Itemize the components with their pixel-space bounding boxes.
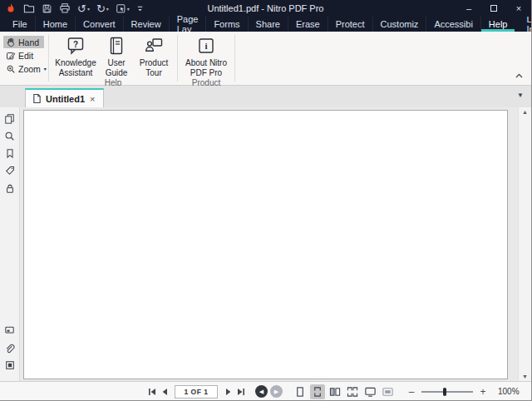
hand-tool-button[interactable]: Hand: [3, 36, 44, 48]
undo-button[interactable]: ↺ ▾: [75, 1, 92, 16]
customize-quick-access-button[interactable]: [134, 1, 146, 16]
save-icon[interactable]: [39, 1, 55, 16]
log-in-button[interactable]: Log In: [515, 17, 532, 32]
first-page-button[interactable]: [145, 385, 158, 399]
minimize-button[interactable]: –: [456, 0, 481, 17]
edit-tool-button[interactable]: Edit: [3, 49, 44, 62]
bookmarks-panel-button[interactable]: [3, 146, 17, 160]
maximize-button[interactable]: [481, 0, 506, 17]
tab-page-layout[interactable]: Page Lay: [169, 17, 206, 32]
nitro-flame-icon: [2, 1, 19, 16]
left-panel-strip: [0, 107, 20, 381]
close-button[interactable]: ×: [506, 0, 531, 17]
hand-tool-label: Hand: [18, 37, 39, 47]
undo-dropdown-caret[interactable]: ▾: [87, 6, 90, 12]
next-page-button[interactable]: [222, 385, 234, 399]
last-page-icon: [236, 387, 246, 397]
redo-dropdown-caret[interactable]: ▾: [106, 6, 109, 12]
pages-panel-button[interactable]: [3, 111, 17, 125]
tab-review[interactable]: Review: [123, 17, 169, 32]
snapshot-dropdown-caret[interactable]: ▾: [127, 6, 130, 12]
last-page-button[interactable]: [234, 385, 247, 399]
title-bar: ↺ ▾ ↻ ▾ ▾ Untitled1.pdf - Nitro PDF Pro …: [0, 0, 531, 17]
bookmark-icon: [5, 148, 15, 159]
previous-page-button[interactable]: [158, 385, 170, 399]
edit-tool-label: Edit: [18, 51, 33, 61]
open-folder-icon[interactable]: [21, 1, 37, 16]
facing-view-button[interactable]: [328, 384, 342, 399]
zoom-tool-button[interactable]: Zoom ▾: [3, 62, 44, 75]
continuous-view-button[interactable]: [310, 384, 325, 399]
zoom-tool-label: Zoom: [18, 64, 41, 74]
snapshot-tool-button[interactable]: ▾: [113, 1, 132, 16]
tag-icon: [5, 166, 15, 176]
zoom-in-button[interactable]: +: [478, 386, 488, 398]
paperclip-icon: [5, 343, 15, 354]
scroll-down-icon[interactable]: ▼: [522, 374, 528, 379]
next-view-icon: ▶: [274, 389, 278, 395]
about-nitro-button[interactable]: i About Nitro PDF Pro: [183, 34, 229, 77]
pdf-page[interactable]: [23, 110, 508, 379]
tool-column: Hand Edit Zoom ▾: [0, 32, 48, 85]
product-tour-button[interactable]: Product Tour: [135, 34, 172, 77]
tab-customize[interactable]: Customiz: [372, 17, 426, 32]
hand-icon: [6, 37, 16, 47]
search-panel-button[interactable]: [3, 129, 17, 142]
presentation-mode-button[interactable]: [380, 384, 395, 399]
tab-help[interactable]: Help: [480, 17, 515, 32]
facing-view-icon: [329, 386, 341, 398]
full-screen-icon: [364, 386, 377, 398]
continuous-facing-view-button[interactable]: [345, 384, 360, 399]
tab-protect[interactable]: Protect: [328, 17, 372, 32]
question-bubble-icon: ?: [66, 36, 86, 56]
layers-icon: [5, 360, 15, 370]
zoom-out-button[interactable]: –: [406, 386, 416, 398]
scroll-up-icon[interactable]: ▲: [522, 109, 528, 115]
ribbon-divider: [234, 35, 235, 82]
knowledge-assistant-button[interactable]: ? Knowledge Assistant: [54, 34, 97, 77]
security-panel-button[interactable]: [3, 181, 17, 195]
comments-icon: [4, 325, 15, 335]
tags-panel-button[interactable]: [3, 164, 17, 177]
tab-convert[interactable]: Convert: [75, 17, 123, 32]
tab-file[interactable]: File: [5, 17, 35, 32]
layers-panel-button[interactable]: [3, 359, 17, 372]
full-screen-button[interactable]: [362, 384, 377, 399]
person-screen-icon: [144, 36, 164, 56]
ribbon-group-help: ? Knowledge Assistant User Guide Product…: [49, 32, 177, 85]
previous-view-button[interactable]: ◀: [255, 385, 268, 398]
close-tab-icon[interactable]: ×: [89, 94, 96, 104]
tab-forms[interactable]: Forms: [205, 17, 247, 32]
book-icon: [106, 36, 126, 56]
collapse-ribbon-button[interactable]: [515, 67, 523, 82]
tab-list-dropdown[interactable]: ▼: [517, 92, 524, 99]
document-canvas[interactable]: [20, 107, 518, 381]
snapshot-tool-icon: [116, 3, 126, 14]
vertical-scrollbar[interactable]: ▲ ▼: [518, 107, 531, 381]
window-title: Untitled1.pdf - Nitro PDF Pro: [208, 0, 324, 17]
document-tab-untitled1[interactable]: Untitled1 ×: [25, 88, 104, 107]
redo-button[interactable]: ↻ ▾: [94, 1, 111, 16]
next-view-button[interactable]: ▶: [270, 385, 283, 398]
status-bar: ◀ ▶ – + 100%: [0, 381, 531, 401]
user-guide-label: User Guide: [101, 58, 132, 77]
continuous-view-icon: [312, 386, 323, 398]
first-page-icon: [147, 387, 157, 397]
print-icon[interactable]: [57, 1, 73, 16]
user-guide-button[interactable]: User Guide: [101, 34, 132, 77]
tab-erase[interactable]: Erase: [288, 17, 328, 32]
tab-accessibility[interactable]: Accessibi: [426, 17, 480, 32]
lock-icon: [5, 183, 15, 194]
comments-panel-button[interactable]: [3, 324, 17, 337]
zoom-dropdown-caret[interactable]: ▾: [44, 66, 47, 72]
undo-icon: ↺: [77, 3, 86, 14]
product-tour-label: Product Tour: [135, 58, 172, 77]
zoom-slider[interactable]: [421, 391, 473, 393]
page-indicator-input[interactable]: [175, 385, 218, 399]
about-nitro-label: About Nitro PDF Pro: [183, 58, 229, 77]
tab-share[interactable]: Share: [248, 17, 288, 32]
single-page-view-button[interactable]: [293, 384, 308, 399]
zoom-slider-handle[interactable]: [443, 388, 446, 396]
attachments-panel-button[interactable]: [3, 341, 17, 354]
tab-home[interactable]: Home: [35, 17, 75, 32]
